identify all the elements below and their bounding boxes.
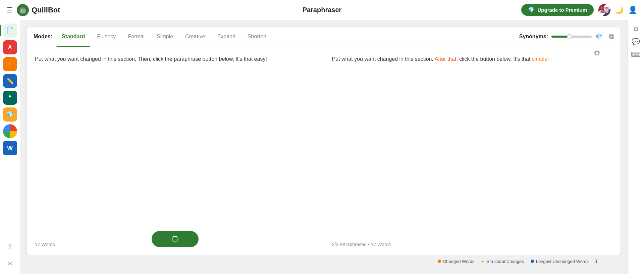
paraphraser-icon: 📄 [6,27,14,34]
mode-fluency[interactable]: Fluency [92,32,121,42]
mode-creative[interactable]: Creative [180,32,211,42]
rs-keyboard-icon[interactable]: ⌨ [631,50,641,58]
legend-longest-unchanged: Longest Unchanged Words [531,259,589,264]
editor-area: Put what you want changed in this sectio… [27,46,621,255]
content-area: Modes: Standard Fluency Formal Simple Cr… [20,20,627,274]
output-footer: 2/3 Paraphrased • 17 Words [332,242,613,247]
structural-changes-dot [481,261,484,262]
loading-spinner [172,236,178,242]
modes-bar: Modes: Standard Fluency Formal Simple Cr… [27,27,621,46]
page-title: Paraphraser [303,6,342,14]
input-text[interactable]: Put what you want changed in this sectio… [35,54,316,238]
grammar-icon: A [8,44,12,50]
sidebar-item-citation[interactable]: ❝ [3,91,17,105]
slider-thumb [567,34,572,39]
mode-simple[interactable]: Simple [151,32,178,42]
right-sidebar: ⚙ 💬 ⌨ [627,20,644,274]
word-icon: W [7,145,13,152]
synonyms-slider[interactable] [551,36,592,38]
sidebar-item-word[interactable]: W [3,141,17,155]
longest-unchanged-label: Longest Unchanged Words [536,259,589,264]
sidebar-item-diamond[interactable]: 💎 [3,107,17,122]
mode-formal[interactable]: Formal [122,32,150,42]
diamond-sidebar-icon: 💎 [6,111,14,118]
synonyms-diamond-icon: 💎 [595,33,602,40]
navbar-right: 💎 Upgrade to Premium 🇺🇸 🌙 👤 [521,4,637,16]
copy-icon[interactable]: ⧉ [609,33,614,40]
left-sidebar: 📄 A ≡ ✏️ ❝ 💎 W ? ✉ [0,20,20,274]
paraphrase-stat: 2/3 Paraphrased • 17 Words [332,242,391,247]
navbar: ☰ 🤖 QuillBot Paraphraser 💎 Upgrade to Pr… [0,0,644,20]
changed-words-label: Changed Words [443,259,475,264]
sidebar-item-paraphraser[interactable]: 📄 [3,24,17,38]
sidebar-item-summarizer[interactable]: ≡ [3,57,17,71]
legend-info-icon[interactable]: ℹ [595,259,597,264]
sidebar-item-writer[interactable]: ✏️ [3,74,17,88]
output-text-before: Put what you want changed in this sectio… [332,56,433,62]
changed-words-dot [438,260,441,263]
citation-icon: ❝ [8,94,12,101]
settings-icon[interactable]: ⚙ [594,49,600,58]
output-pane: Put what you want changed in this sectio… [324,46,621,255]
mode-standard[interactable]: Standard [56,32,90,42]
help-icon: ? [8,243,11,250]
sidebar-item-chrome[interactable] [3,124,17,138]
output-highlight-afterthat: After that, [433,56,458,62]
diamond-icon: 💎 [528,7,535,13]
writer-icon: ✏️ [6,77,14,85]
rs-settings-icon[interactable]: ⚙ [633,25,639,33]
logo-text: QuillBot [32,6,60,14]
dark-mode-toggle[interactable]: 🌙 [615,6,624,14]
modes-label: Modes: [34,34,52,40]
mode-expand[interactable]: Expand [212,32,241,42]
mail-icon: ✉ [7,260,12,267]
sidebar-item-grammar[interactable]: A [3,40,17,54]
sidebar-item-help[interactable]: ? [3,240,17,254]
output-text: Put what you want changed in this sectio… [332,54,613,242]
user-profile-icon[interactable]: 👤 [628,6,637,14]
output-highlight-simple: simple! [530,56,549,62]
main-layout: 📄 A ≡ ✏️ ❝ 💎 W ? ✉ [0,20,644,274]
upgrade-label: Upgrade to Premium [537,7,587,13]
upgrade-button[interactable]: 💎 Upgrade to Premium [521,4,594,16]
summarizer-icon: ≡ [8,61,11,67]
longest-unchanged-dot [531,260,534,263]
structural-changes-label: Structural Changes [486,259,524,264]
main-card: Modes: Standard Fluency Formal Simple Cr… [27,27,621,255]
logo-icon: 🤖 [17,4,29,16]
input-pane: Put what you want changed in this sectio… [27,46,324,255]
language-flag[interactable]: 🇺🇸 [598,4,610,16]
legend-structural-changes: Structural Changes [481,259,524,264]
sidebar-item-mail[interactable]: ✉ [3,257,17,271]
output-text-middle: click the button below. It's that [458,56,531,62]
rs-chat-icon[interactable]: 💬 [632,38,640,46]
word-count: 17 Words [35,242,55,247]
hamburger-menu[interactable]: ☰ [7,6,13,14]
legend-changed-words: Changed Words [438,259,475,264]
legend-bar: Changed Words Structural Changes Longest… [27,255,621,267]
logo-wrapper: 🤖 QuillBot [17,4,60,16]
mode-shorten[interactable]: Shorten [242,32,272,42]
navbar-left: ☰ 🤖 QuillBot [7,4,60,16]
synonyms-label: Synonyms: [519,34,548,40]
synonyms-section: Synonyms: 💎 [519,33,602,40]
paraphrase-button[interactable] [152,231,199,247]
